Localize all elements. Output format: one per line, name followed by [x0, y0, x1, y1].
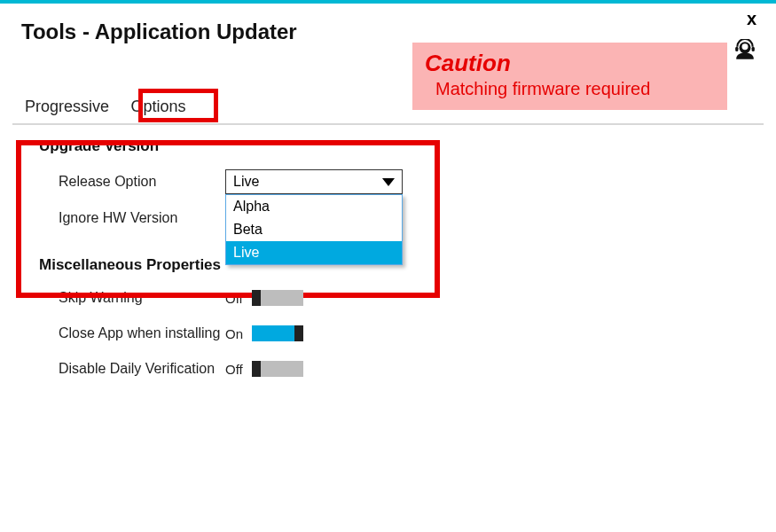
state-disable-daily: Off — [225, 362, 252, 377]
toggle-skip-warning[interactable] — [252, 290, 303, 306]
state-skip-warning: Off — [225, 291, 252, 306]
label-close-app: Close App when installing — [39, 325, 225, 341]
svg-rect-3 — [752, 47, 755, 51]
header: Tools - Application Updater — [0, 4, 776, 44]
release-option-value: Live — [233, 174, 259, 190]
row-ignore-hw: Ignore HW Version — [39, 210, 776, 226]
tab-options[interactable]: Options — [128, 96, 193, 121]
section-upgrade-version: Upgrade Version — [39, 137, 776, 155]
toggle-handle-icon — [252, 361, 261, 377]
label-disable-daily: Disable Daily Verification — [39, 361, 225, 377]
close-button[interactable]: x — [747, 9, 756, 29]
dropdown-item-live[interactable]: Live — [226, 241, 402, 264]
toggle-close-app[interactable] — [252, 325, 303, 341]
tab-bar: Progressive Options — [21, 96, 776, 121]
dropdown-item-alpha[interactable]: Alpha — [226, 195, 402, 218]
row-close-app: Close App when installing On — [39, 325, 776, 341]
caution-title: Caution — [425, 50, 715, 77]
row-skip-warning: Skip Warning Off — [39, 290, 776, 306]
dropdown-item-beta[interactable]: Beta — [226, 218, 402, 241]
toggle-handle-icon — [294, 325, 303, 341]
release-option-select[interactable]: Live — [225, 169, 403, 194]
label-skip-warning: Skip Warning — [39, 290, 225, 306]
toggle-disable-daily[interactable] — [252, 361, 303, 377]
page-title: Tools - Application Updater — [21, 20, 755, 44]
tab-progressive[interactable]: Progressive — [21, 96, 116, 121]
label-ignore-hw: Ignore HW Version — [39, 210, 225, 226]
chevron-down-icon — [382, 178, 395, 186]
row-release-option: Release Option Live Alpha Beta Live — [39, 169, 776, 194]
release-option-dropdown: Alpha Beta Live — [225, 194, 403, 265]
toggle-handle-icon — [252, 290, 261, 306]
section-misc-props: Miscellaneous Properties — [39, 256, 776, 274]
svg-point-1 — [742, 43, 749, 50]
content-area: Upgrade Version Release Option Live Alph… — [0, 125, 776, 377]
state-close-app: On — [225, 326, 252, 341]
support-agent-icon[interactable] — [733, 39, 756, 62]
release-option-select-wrap: Live Alpha Beta Live — [225, 169, 403, 194]
label-release-option: Release Option — [39, 174, 225, 190]
row-disable-daily: Disable Daily Verification Off — [39, 361, 776, 377]
svg-rect-2 — [735, 47, 738, 51]
